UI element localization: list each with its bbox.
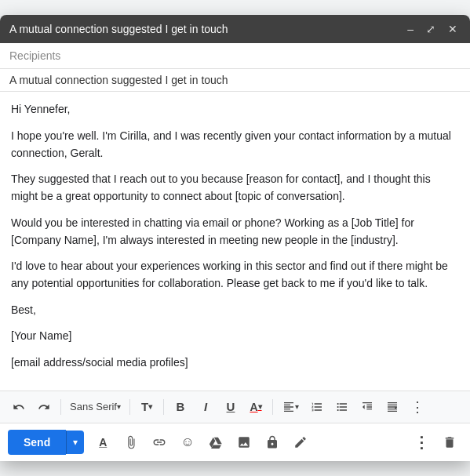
italic-button[interactable]: I bbox=[195, 396, 217, 418]
align-button[interactable]: ▾ bbox=[279, 396, 303, 418]
formatting-toolbar: Sans Serif ▾ T▾ B I U A▾ ▾ bbox=[0, 391, 470, 423]
title-bar-actions: – ⤢ ✕ bbox=[404, 22, 461, 36]
redo-button[interactable] bbox=[33, 396, 55, 418]
separator-3 bbox=[163, 399, 164, 415]
closing: Best, bbox=[11, 302, 459, 319]
toggle-confidential-button[interactable] bbox=[260, 430, 285, 455]
attach-file-button[interactable] bbox=[118, 430, 144, 455]
close-button[interactable]: ✕ bbox=[445, 22, 461, 36]
insert-emoji-button[interactable]: ☺ bbox=[175, 430, 200, 455]
insert-drive-button[interactable] bbox=[203, 430, 228, 455]
font-family-button[interactable]: Sans Serif ▾ bbox=[67, 396, 124, 418]
bottom-right-actions: ⋮ bbox=[409, 430, 462, 455]
sender-contact: [email address/social media profiles] bbox=[11, 354, 459, 372]
undo-button[interactable] bbox=[8, 396, 30, 418]
bottom-actions: A ☺ bbox=[90, 430, 403, 455]
para3: Would you be interested in chatting via … bbox=[11, 215, 459, 249]
para2: They suggested that I reach out to you b… bbox=[11, 171, 459, 205]
send-button-group: Send ▾ bbox=[8, 430, 84, 455]
bullet-list-button[interactable] bbox=[331, 396, 353, 418]
numbered-list-button[interactable] bbox=[306, 396, 328, 418]
signature-button[interactable] bbox=[288, 430, 313, 455]
maximize-button[interactable]: ⤢ bbox=[423, 22, 439, 36]
indent-decrease-button[interactable] bbox=[356, 396, 378, 418]
para1: I hope you're well. I'm Cirilla, and I w… bbox=[11, 128, 459, 162]
minimize-button[interactable]: – bbox=[404, 22, 417, 36]
underline-button[interactable]: U bbox=[220, 396, 242, 418]
separator-4 bbox=[272, 399, 273, 415]
insert-photo-button[interactable] bbox=[231, 430, 257, 455]
title-bar: A mutual connection suggested I get in t… bbox=[0, 15, 470, 43]
window-title: A mutual connection suggested I get in t… bbox=[9, 23, 404, 35]
font-size-button[interactable]: T▾ bbox=[136, 396, 158, 418]
recipients-label: Recipients bbox=[9, 49, 60, 62]
para4: I'd love to hear about your experiences … bbox=[11, 258, 459, 292]
separator-1 bbox=[60, 399, 61, 415]
bottom-bar: Send ▾ A ☺ bbox=[0, 423, 470, 461]
discard-button[interactable] bbox=[437, 430, 462, 455]
compose-window: A mutual connection suggested I get in t… bbox=[0, 15, 470, 460]
send-button[interactable]: Send bbox=[8, 430, 66, 455]
subject-text: A mutual connection suggested I get in t… bbox=[9, 74, 228, 86]
insert-link-button[interactable] bbox=[147, 430, 172, 455]
format-text-button[interactable]: A bbox=[90, 430, 115, 455]
greeting: Hi Yennefer, bbox=[11, 101, 459, 118]
send-dropdown-button[interactable]: ▾ bbox=[66, 431, 84, 454]
email-body[interactable]: Hi Yennefer, I hope you're well. I'm Cir… bbox=[0, 92, 470, 390]
separator-2 bbox=[129, 399, 130, 415]
sender-name: [Your Name] bbox=[11, 328, 459, 345]
more-options-button[interactable]: ⋮ bbox=[409, 430, 434, 455]
subject-row: A mutual connection suggested I get in t… bbox=[0, 69, 470, 92]
more-formatting-button[interactable]: ⋮ bbox=[406, 396, 428, 418]
font-color-button[interactable]: A▾ bbox=[245, 396, 267, 418]
recipients-row[interactable]: Recipients bbox=[0, 43, 470, 69]
indent-increase-button[interactable] bbox=[381, 396, 403, 418]
bold-button[interactable]: B bbox=[169, 396, 191, 418]
